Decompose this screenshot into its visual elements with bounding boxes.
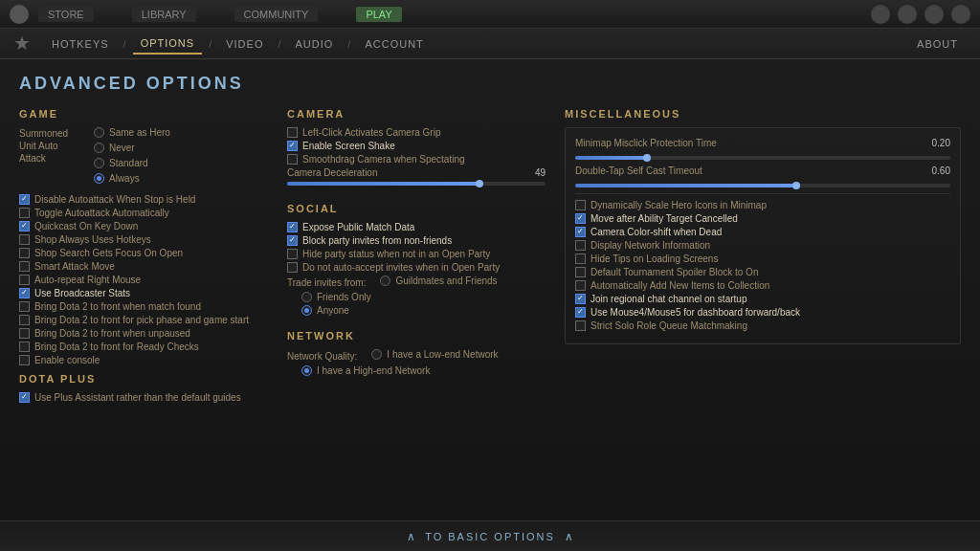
radio-friends-only[interactable]: Friends Only	[287, 292, 546, 302]
topbar-library[interactable]: LIBRARY	[132, 7, 196, 22]
rb-high-end[interactable]	[301, 365, 312, 376]
camera-decel-thumb[interactable]	[476, 180, 483, 187]
cb-screen-shake[interactable]	[287, 141, 298, 151]
nav-about[interactable]: ABOUT	[909, 34, 966, 54]
rb-friends-only[interactable]	[301, 292, 312, 302]
radio-low-end[interactable]: I have a Low-end Network	[371, 349, 498, 360]
opt-autorepeat[interactable]: Auto-repeat Right Mouse	[19, 275, 268, 285]
opt-no-accept[interactable]: Do not auto-accept invites when in Open …	[287, 262, 546, 273]
cb-hide-party[interactable]	[287, 249, 298, 259]
cb-regional-chat[interactable]	[575, 294, 586, 304]
cb-bring-unpaused[interactable]	[19, 328, 30, 339]
topbar-play[interactable]: PLAY	[356, 7, 401, 22]
nav-audio[interactable]: AUDIO	[288, 34, 342, 54]
opt-hide-tips[interactable]: Hide Tips on Loading Screens	[575, 253, 950, 264]
opt-strict-solo[interactable]: Strict Solo Role Queue Matchmaking	[575, 320, 950, 331]
opt-display-network[interactable]: Display Network Information	[575, 240, 950, 251]
opt-tournament-spoiler[interactable]: Default Tournament Spoiler Block to On	[575, 267, 950, 277]
cb-toggle-autoattack[interactable]	[19, 208, 30, 218]
cb-autorepeat[interactable]	[19, 275, 30, 285]
opt-move-after[interactable]: Move after Ability Target Cancelled	[575, 213, 950, 224]
cb-block-party[interactable]	[287, 235, 298, 246]
opt-smart-attack[interactable]: Smart Attack Move	[19, 261, 268, 272]
cb-tournament-spoiler[interactable]	[575, 267, 586, 277]
opt-shop-hotkeys[interactable]: Shop Always Uses Hotkeys	[19, 234, 268, 245]
cb-bring-pick[interactable]	[19, 315, 30, 325]
rb-guildmates[interactable]	[380, 276, 390, 286]
opt-disable-autoattack[interactable]: Disable Autoattack When Stop is Held	[19, 194, 268, 205]
radio-high-end[interactable]: I have a High-end Network	[287, 365, 546, 376]
opt-smoothdrag[interactable]: Smoothdrag Camera when Spectating	[287, 154, 546, 165]
radio-same-hero[interactable]: Same as Hero	[94, 127, 170, 138]
opt-bring-match[interactable]: Bring Dota 2 to front when match found	[19, 301, 268, 312]
rb-anyone[interactable]	[301, 305, 312, 316]
radio-standard[interactable]: Standard	[94, 158, 170, 168]
cb-expose-match[interactable]	[287, 222, 298, 232]
cb-strict-solo[interactable]	[575, 320, 586, 331]
minimap-value: 0.20	[922, 138, 950, 148]
radio-anyone[interactable]: Anyone	[287, 305, 546, 316]
cb-leftclick-grip[interactable]	[287, 127, 298, 138]
minimap-thumb[interactable]	[643, 154, 651, 162]
opt-bring-pick[interactable]: Bring Dota 2 to front for pick phase and…	[19, 315, 268, 325]
opt-shop-search[interactable]: Shop Search Gets Focus On Open	[19, 248, 268, 258]
opt-enable-console[interactable]: Enable console	[19, 355, 268, 365]
opt-camera-color[interactable]: Camera Color-shift when Dead	[575, 227, 950, 237]
bottom-bar[interactable]: ∧ TO BASIC OPTIONS ∧	[0, 520, 980, 551]
opt-leftclick-grip[interactable]: Left-Click Activates Camera Grip	[287, 127, 546, 138]
cb-mouse4[interactable]	[575, 307, 586, 318]
cb-scale-hero[interactable]	[575, 200, 586, 210]
cb-shop-search[interactable]	[19, 248, 30, 258]
opt-auto-add[interactable]: Automatically Add New Items to Collectio…	[575, 280, 950, 291]
nav-options[interactable]: OPTIONS	[133, 33, 203, 55]
cb-shop-hotkeys[interactable]	[19, 234, 30, 245]
cb-auto-add[interactable]	[575, 280, 586, 291]
basic-options-label[interactable]: TO BASIC OPTIONS	[425, 531, 555, 542]
opt-screen-shake[interactable]: Enable Screen Shake	[287, 141, 546, 151]
nav-video[interactable]: VIDEO	[218, 34, 271, 54]
doubletap-thumb[interactable]	[792, 182, 800, 189]
rb-standard[interactable]	[94, 158, 104, 168]
radio-never[interactable]: Never	[94, 143, 170, 153]
cb-dota-plus[interactable]	[19, 392, 30, 403]
opt-block-party[interactable]: Block party invites from non-friends	[287, 235, 546, 246]
cb-quickcast[interactable]	[19, 221, 30, 231]
radio-always[interactable]: Always	[94, 173, 170, 184]
cb-smart-attack[interactable]	[19, 261, 30, 272]
rb-low-end[interactable]	[371, 349, 382, 360]
topbar-community[interactable]: COMMUNITY	[234, 7, 319, 22]
opt-dota-plus[interactable]: Use Plus Assistant rather than the defau…	[19, 392, 268, 403]
cb-smoothdrag[interactable]	[287, 154, 298, 165]
opt-broadcaster[interactable]: Use Broadcaster Stats	[19, 288, 268, 298]
opt-bring-ready[interactable]: Bring Dota 2 to front for Ready Checks	[19, 342, 268, 352]
rb-always[interactable]	[94, 173, 104, 184]
opt-bring-unpaused[interactable]: Bring Dota 2 to front when unpaused	[19, 328, 268, 339]
opt-scale-hero[interactable]: Dynamically Scale Hero Icons in Minimap	[575, 200, 950, 210]
rb-never[interactable]	[94, 143, 104, 153]
cb-enable-console[interactable]	[19, 355, 30, 365]
opt-regional-chat[interactable]: Join regional chat channel on startup	[575, 294, 950, 304]
cb-no-accept[interactable]	[287, 262, 298, 273]
opt-toggle-autoattack[interactable]: Toggle Autoattack Automatically	[19, 208, 268, 218]
opt-hide-party[interactable]: Hide party status when not in an Open Pa…	[287, 249, 546, 259]
rb-same-hero[interactable]	[94, 127, 104, 138]
cb-move-after[interactable]	[575, 213, 586, 224]
cb-bring-ready[interactable]	[19, 342, 30, 352]
label-low-end: I have a Low-end Network	[387, 349, 498, 360]
radio-guildmates[interactable]: Guildmates and Friends	[380, 276, 497, 286]
cb-hide-tips[interactable]	[575, 253, 586, 264]
cb-camera-color[interactable]	[575, 227, 586, 237]
cb-display-network[interactable]	[575, 240, 586, 251]
opt-expose-match[interactable]: Expose Public Match Data	[287, 222, 546, 232]
opt-mouse4[interactable]: Use Mouse4/Mouse5 for dashboard forward/…	[575, 307, 950, 318]
cb-disable-autoattack[interactable]	[19, 194, 30, 205]
cb-bring-match[interactable]	[19, 301, 30, 312]
topbar-store[interactable]: STORE	[38, 7, 94, 22]
cb-broadcaster[interactable]	[19, 288, 30, 298]
doubletap-slider[interactable]	[575, 184, 950, 187]
minimap-slider[interactable]	[575, 156, 950, 160]
opt-quickcast[interactable]: Quickcast On Key Down	[19, 221, 268, 231]
nav-account[interactable]: ACCOUNT	[357, 34, 431, 54]
nav-hotkeys[interactable]: HOTKEYS	[44, 34, 117, 54]
camera-decel-slider[interactable]	[287, 182, 546, 186]
